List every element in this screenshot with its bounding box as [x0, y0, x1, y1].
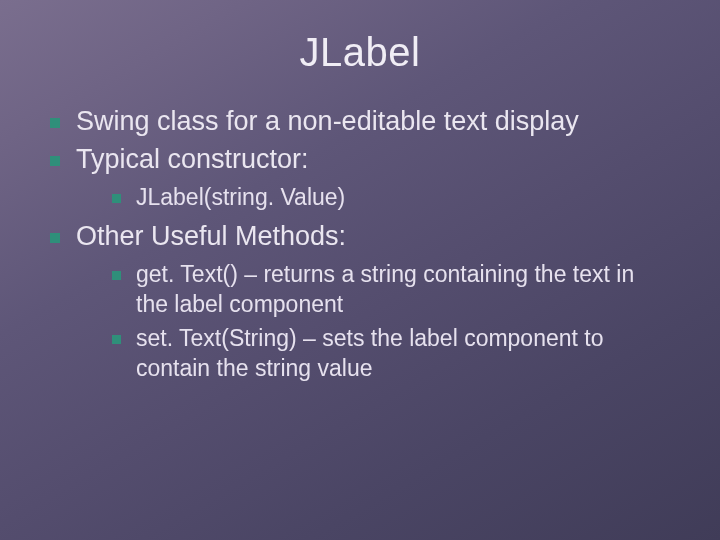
method-name: set. Text(String) — [136, 325, 297, 351]
bullet-text: Typical constructor: — [76, 144, 309, 174]
sub-bullet-item: get. Text() – returns a string containin… — [112, 260, 672, 320]
bullet-item: Swing class for a non-editable text disp… — [48, 105, 672, 139]
sub-bullet-item: set. Text(String) – sets the label compo… — [112, 324, 672, 384]
slide: JLabel Swing class for a non-editable te… — [0, 0, 720, 540]
method-name: get. Text() — [136, 261, 238, 287]
bullet-list-level2: get. Text() – returns a string containin… — [76, 260, 672, 384]
sub-bullet-text: JLabel(string. Value) — [136, 184, 345, 210]
bullet-list-level2: JLabel(string. Value) — [76, 183, 672, 213]
bullet-item: Typical constructor: JLabel(string. Valu… — [48, 143, 672, 213]
sub-bullet-item: JLabel(string. Value) — [112, 183, 672, 213]
bullet-text: Swing class for a non-editable text disp… — [76, 106, 579, 136]
bullet-list-level1: Swing class for a non-editable text disp… — [48, 105, 672, 384]
bullet-item: Other Useful Methods: get. Text() – retu… — [48, 220, 672, 383]
bullet-text: Other Useful Methods: — [76, 221, 346, 251]
slide-title: JLabel — [48, 30, 672, 75]
